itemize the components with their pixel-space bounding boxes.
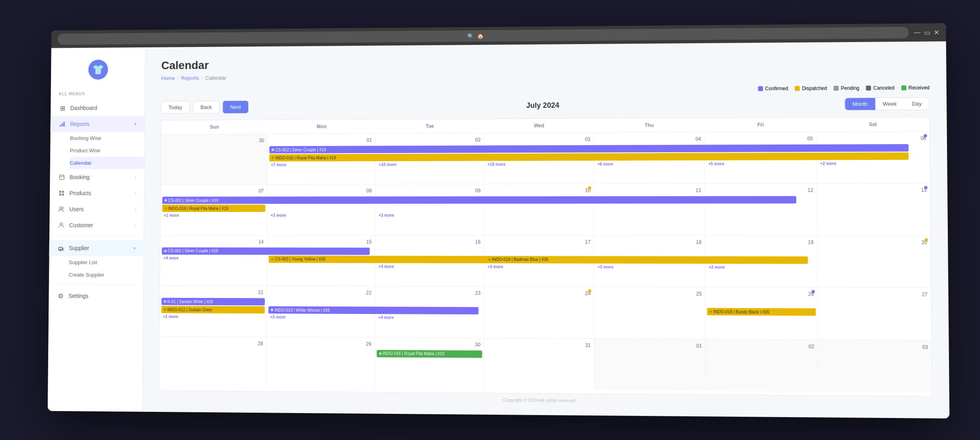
day-20-jul[interactable]: 20 <box>817 236 931 287</box>
month-view-button[interactable]: Month <box>845 98 875 110</box>
dispatched-label: Dispatched <box>802 85 827 91</box>
col-sat: Sat <box>817 117 930 132</box>
browser-window: 🔍 🏠 — ▭ ✕ 👕 ALL MENUS ⊞ Dashboard <box>48 23 950 418</box>
day-09-jul[interactable]: 09 +3 more <box>375 184 484 235</box>
more-18[interactable]: +3 more <box>596 264 703 270</box>
event-indo018-1[interactable]: INDO-018 | Badmas Blue | #26 <box>486 256 808 264</box>
more-6[interactable]: +2 more <box>818 161 928 167</box>
event-indo012-1[interactable]: INDO-012 | Gulsan Greer <box>161 306 265 314</box>
more-22[interactable]: +3 more <box>268 314 373 320</box>
more-1[interactable]: +7 more <box>269 162 373 167</box>
sidebar-item-product-wise[interactable]: Product Wise <box>70 144 145 157</box>
day-15-jul[interactable]: 15 CS-003 | Young Yellow | #26 <box>267 235 375 286</box>
view-buttons: Month Week Day <box>844 97 930 110</box>
date-02-aug: 02 <box>707 341 816 351</box>
day-10-jul[interactable]: 10 <box>484 184 594 235</box>
more-23[interactable]: +4 more <box>376 315 482 321</box>
sidebar-item-dashboard[interactable]: ⊞ Dashboard <box>51 100 145 116</box>
close-icon[interactable]: ✕ <box>934 29 940 36</box>
event-indo016-2[interactable]: INDO-016 | Royal Pita Maha | #19 <box>162 205 265 212</box>
svg-rect-1 <box>62 123 63 127</box>
date-30-jun: 30 <box>163 136 266 145</box>
more-19[interactable]: +2 more <box>707 264 815 270</box>
more-17[interactable]: +3 more <box>486 264 592 270</box>
sidebar-item-supplier[interactable]: Supplier ▾ <box>49 240 143 256</box>
day-01-aug[interactable]: 01 <box>595 339 706 391</box>
more-14[interactable]: +4 more <box>162 256 265 261</box>
more-07[interactable]: +1 more <box>162 213 265 218</box>
day-31-jul[interactable]: 31 <box>484 338 595 390</box>
day-21-jul[interactable]: 21 K-01 | Sardari White | #26 INDO-012 |… <box>160 286 267 336</box>
day-22-jul[interactable]: 22 INDO-013 | White Wooso | #26 +3 more <box>267 286 375 337</box>
maximize-icon[interactable]: ▭ <box>924 29 931 36</box>
sidebar-item-reports[interactable]: Reports ▾ <box>51 116 145 132</box>
sidebar-item-create-supplier[interactable]: Create Supplier <box>69 269 143 281</box>
back-button[interactable]: Back <box>193 101 219 113</box>
event-indo018-2[interactable]: INDO-018 | Bundy Black | #26 <box>707 308 816 316</box>
more-2[interactable]: +10 more <box>377 162 482 167</box>
day-01-jul[interactable]: 01 CS-002 | Silver Couple | #19 INDO-016… <box>267 133 375 184</box>
date-19: 19 <box>707 237 815 247</box>
day-26-jul[interactable]: 26 INDO-018 | Bundy Black | #26 <box>706 287 818 339</box>
day-03-aug[interactable]: 03 <box>818 340 932 392</box>
day-11-jul[interactable]: 11 <box>594 184 705 235</box>
events-14: CS-002 | Silver Couple | #19 +4 more <box>162 247 265 261</box>
more-4[interactable]: +6 more <box>596 161 703 167</box>
day-24-jul[interactable]: 24 <box>484 287 595 338</box>
legend-pending: Pending <box>834 85 860 91</box>
day-30-jun[interactable]: 30 <box>161 134 268 184</box>
create-supplier-label: Create Supplier <box>69 272 104 278</box>
breadcrumb-reports[interactable]: Reports <box>181 75 199 81</box>
day-25-jul[interactable]: 25 <box>594 287 706 339</box>
day-28-jul[interactable]: 28 <box>159 336 267 387</box>
event-k01-1[interactable]: K-01 | Sardari White | #26 <box>161 298 265 306</box>
day-29-jul[interactable]: 29 <box>267 337 375 389</box>
sidebar-item-supplier-list[interactable]: Supplier List <box>69 256 143 269</box>
sidebar-divider <box>57 236 136 237</box>
event-indo016-3[interactable]: INDO-016 | Royal Pita Maha | #33 <box>376 350 482 358</box>
date-04: 04 <box>596 134 703 144</box>
sidebar-item-booking[interactable]: Booking › <box>50 169 144 185</box>
sidebar-item-products[interactable]: Products › <box>50 185 144 201</box>
date-08: 08 <box>269 186 373 196</box>
event-dot2 <box>272 157 274 159</box>
day-12-jul[interactable]: 12 <box>705 184 817 235</box>
sidebar-item-calendar[interactable]: Calendar <box>70 157 145 169</box>
sidebar-settings-label: Settings <box>69 293 136 299</box>
day-view-button[interactable]: Day <box>904 98 929 110</box>
more-08[interactable]: +3 more <box>269 213 373 218</box>
event-indo013-1[interactable]: INDO-013 | White Wooso | #26 <box>269 307 479 315</box>
sidebar-item-users[interactable]: Users › <box>49 201 144 217</box>
event-cs002-2[interactable]: CS-002 | Silver Couple | #19 <box>162 196 796 204</box>
day-30-jul[interactable]: 30 INDO-016 | Royal Pita Maha | #33 <box>375 338 484 389</box>
more-21[interactable]: +2 more <box>161 314 265 320</box>
day-07-jul[interactable]: 07 CS-002 | Silver Couple | #19 INDO-016… <box>160 184 268 235</box>
day-27-jul[interactable]: 27 <box>817 288 931 340</box>
sidebar-item-settings[interactable]: ⚙ Settings <box>49 288 143 304</box>
sidebar-item-booking-wise[interactable]: Booking Wise <box>70 132 145 144</box>
day-13-jul[interactable]: 13 <box>817 184 931 236</box>
event-cs002-3[interactable]: CS-002 | Silver Couple | #19 <box>162 247 370 255</box>
week-row-1: 30 01 CS-002 | Silver Couple | #19 <box>161 131 930 184</box>
date-06: 06 <box>818 133 928 144</box>
legend-dispatched: Dispatched <box>795 85 827 91</box>
event-dot8 <box>164 300 166 303</box>
next-button[interactable]: Next <box>223 101 248 113</box>
date-14: 14 <box>162 237 265 247</box>
day-02-aug[interactable]: 02 <box>706 339 818 391</box>
more-3[interactable]: +10 more <box>486 162 592 167</box>
day-08-jul[interactable]: 08 +3 more <box>267 184 376 235</box>
day-14-jul[interactable]: 14 CS-002 | Silver Couple | #19 +4 more <box>160 235 267 286</box>
today-button[interactable]: Today <box>161 101 190 114</box>
breadcrumb-home[interactable]: Home <box>161 75 175 81</box>
more-5[interactable]: +5 more <box>706 161 815 167</box>
date-31: 31 <box>486 340 592 350</box>
sidebar-item-customer[interactable]: Customer › <box>49 217 144 233</box>
minimize-icon[interactable]: — <box>914 29 921 36</box>
more-09[interactable]: +3 more <box>377 213 482 218</box>
day-17-jul[interactable]: 17 INDO-018 | Badmas Blue | #26 +3 more <box>484 236 595 287</box>
more-16[interactable]: +4 more <box>377 264 482 269</box>
date-26: 26 <box>707 289 816 299</box>
week-view-button[interactable]: Week <box>875 98 904 110</box>
browser-controls: — ▭ ✕ <box>914 29 939 37</box>
